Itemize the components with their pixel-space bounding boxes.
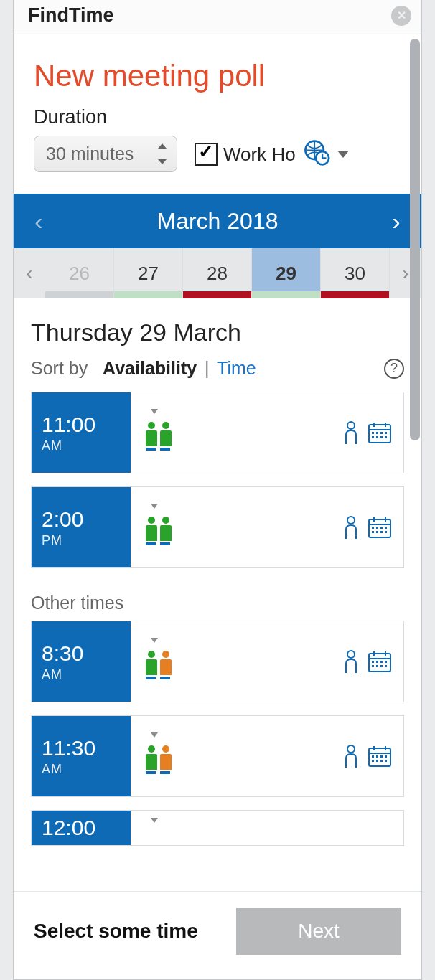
slot-time: 11:00AM (32, 392, 131, 473)
day-availability-bar (252, 291, 320, 298)
svg-rect-49 (385, 755, 387, 758)
svg-rect-53 (385, 760, 387, 762)
month-label: March 2018 (157, 208, 279, 235)
person-outline-icon[interactable] (343, 515, 359, 540)
chevron-down-icon[interactable] (337, 151, 349, 158)
slot-actions (343, 649, 392, 674)
slot-body (131, 621, 403, 702)
footer-hint: Select some time (34, 920, 198, 943)
chevron-down-icon (151, 732, 158, 738)
timezone-icon[interactable] (301, 138, 330, 170)
time-slot[interactable]: 12:00 (31, 810, 404, 846)
svg-rect-10 (385, 432, 387, 434)
slot-body (131, 392, 403, 473)
duration-select[interactable]: 30 minutes (34, 136, 177, 172)
prev-days-button[interactable]: ‹ (14, 248, 45, 298)
day-availability-bar (321, 291, 389, 298)
calendar-icon[interactable] (368, 421, 392, 444)
slot-body (131, 716, 403, 796)
slot-time: 12:00 (32, 811, 131, 845)
slot-ampm: AM (42, 667, 62, 682)
slot-body (131, 811, 403, 845)
page-title: New meeting poll (14, 34, 421, 106)
svg-rect-23 (385, 527, 387, 529)
svg-rect-52 (380, 760, 383, 762)
slot-time: 8:30AM (32, 621, 131, 702)
slot-ampm: AM (42, 762, 62, 777)
sort-time-link[interactable]: Time (217, 358, 256, 378)
day-cell[interactable]: 30 (321, 248, 390, 298)
work-hours-checkbox[interactable] (195, 143, 218, 166)
app-title: FindTime (28, 4, 114, 27)
duration-label: Duration (34, 106, 177, 128)
duration-block: Duration 30 minutes (34, 106, 177, 172)
svg-rect-48 (380, 755, 383, 758)
day-strip: ‹ 2627282930 › (14, 248, 421, 298)
slot-ampm: PM (42, 533, 62, 548)
slot-actions (343, 515, 392, 540)
time-slot[interactable]: 11:30AM (31, 715, 404, 797)
person-outline-icon[interactable] (343, 420, 359, 445)
chevron-down-icon (151, 818, 158, 823)
help-icon[interactable]: ? (384, 359, 404, 379)
day-availability-bar (45, 291, 113, 298)
svg-rect-25 (376, 531, 378, 533)
svg-rect-24 (372, 531, 374, 533)
titlebar: FindTime (14, 0, 421, 34)
svg-rect-12 (376, 436, 378, 438)
person-icon (159, 514, 172, 541)
svg-point-15 (347, 517, 355, 524)
time-slot[interactable]: 11:00AM (31, 392, 404, 473)
footer-bar: Select some time Next (14, 891, 421, 979)
next-button[interactable]: Next (236, 908, 401, 955)
calendar-icon[interactable] (368, 516, 392, 539)
work-hours-group: Work Ho (195, 138, 349, 170)
scrollbar-thumb[interactable] (410, 39, 420, 440)
prev-month-button[interactable]: ‹ (27, 207, 51, 235)
person-outline-icon[interactable] (343, 649, 359, 674)
svg-rect-27 (385, 531, 387, 533)
sort-row: Sort by Availability | Time ? (14, 358, 421, 392)
work-hours-label: Work Ho (223, 143, 296, 166)
next-month-button[interactable]: › (384, 207, 408, 235)
svg-rect-21 (376, 527, 378, 529)
slot-time-value: 8:30 (42, 641, 83, 666)
svg-rect-50 (372, 760, 374, 762)
slot-actions (343, 420, 392, 445)
slot-actions (343, 744, 392, 768)
sort-active[interactable]: Availability (103, 358, 197, 378)
svg-point-41 (347, 745, 355, 753)
chevron-down-icon (151, 504, 158, 509)
svg-rect-35 (380, 661, 383, 663)
time-slot[interactable]: 8:30AM (31, 621, 404, 702)
svg-rect-13 (380, 436, 383, 438)
month-header: ‹ March 2018 › (14, 194, 421, 248)
sort-separator: | (205, 358, 210, 378)
calendar-icon[interactable] (368, 745, 392, 768)
sort-controls: Sort by Availability | Time (31, 358, 256, 379)
person-icon (145, 419, 158, 446)
day-availability-bar (114, 291, 182, 298)
person-icon (145, 648, 158, 675)
attendees-icons (145, 419, 174, 446)
calendar-icon[interactable] (368, 650, 392, 673)
svg-rect-34 (376, 661, 378, 663)
attendees-icons (145, 514, 174, 541)
slot-time-value: 12:00 (42, 816, 95, 840)
person-outline-icon[interactable] (343, 744, 359, 768)
close-icon[interactable] (391, 6, 411, 26)
slot-time-value: 11:30 (42, 736, 95, 760)
other-times-heading: Other times (14, 581, 421, 621)
svg-rect-7 (372, 432, 374, 434)
slot-time: 2:00PM (32, 487, 131, 567)
time-slot[interactable]: 2:00PM (31, 486, 404, 568)
day-cell[interactable]: 28 (183, 248, 252, 298)
day-cell[interactable]: 27 (114, 248, 183, 298)
person-icon (159, 743, 172, 770)
day-cell[interactable]: 26 (45, 248, 114, 298)
day-cell[interactable]: 29 (252, 248, 321, 298)
svg-rect-9 (380, 432, 383, 434)
scrollbar[interactable] (410, 39, 420, 440)
chevron-down-icon (151, 638, 158, 643)
sort-prefix: Sort by (31, 358, 88, 378)
